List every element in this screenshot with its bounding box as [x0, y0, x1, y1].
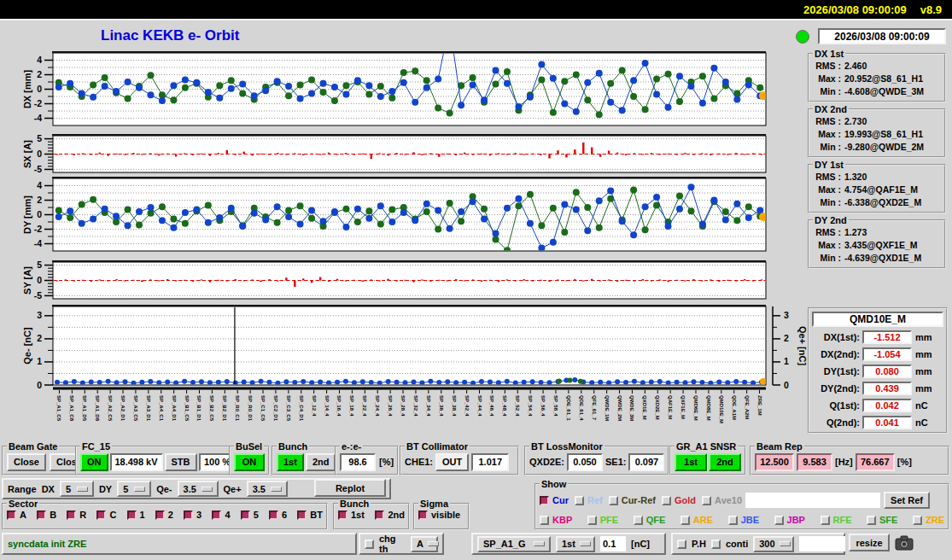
- svg-text:0: 0: [37, 275, 42, 285]
- busel-on-button[interactable]: ON: [234, 453, 265, 471]
- fc15-stb-button[interactable]: STB: [165, 453, 197, 471]
- set-ref-button[interactable]: Set Ref: [884, 492, 930, 509]
- gr-snsr-2nd-button[interactable]: 2nd: [709, 453, 741, 471]
- extra-input[interactable]: [799, 536, 845, 551]
- show-check-rfe[interactable]: RFE: [821, 515, 852, 525]
- checkbox[interactable]: [867, 516, 876, 525]
- sigma-check-visible[interactable]: visible: [418, 510, 460, 520]
- show-check-jbp[interactable]: JBP: [774, 515, 805, 525]
- sector-check-b[interactable]: B: [37, 510, 56, 520]
- svg-text:SP_B2_D1: SP_B2_D1: [222, 395, 227, 422]
- sector-label: Sector: [7, 499, 39, 509]
- threshold-input[interactable]: [600, 536, 626, 551]
- sector-check-1[interactable]: 1: [127, 510, 145, 520]
- svg-text:0: 0: [784, 380, 789, 390]
- range-qep-select[interactable]: 3.5: [247, 481, 288, 497]
- svg-text:SP_52_4: SP_52_4: [515, 395, 520, 417]
- bunch-check-2nd[interactable]: 2nd: [375, 510, 405, 520]
- snapshot-camera-icon[interactable]: [895, 534, 914, 554]
- checkbox[interactable]: [662, 496, 671, 505]
- checkbox[interactable]: [540, 496, 549, 505]
- show-check-ave10[interactable]: Ave10: [702, 495, 742, 505]
- bunch-1st-button[interactable]: 1st: [277, 453, 304, 471]
- stat-label: RMS :: [813, 60, 841, 73]
- conti-checkbox[interactable]: [711, 540, 721, 549]
- svg-text:SP_A4_D1: SP_A4_D1: [172, 395, 177, 422]
- checkbox[interactable]: [540, 516, 549, 525]
- checkbox[interactable]: [7, 510, 16, 520]
- ph-checkbox[interactable]: [677, 540, 686, 549]
- range-dy-select[interactable]: 5: [117, 481, 151, 497]
- sector-check-4[interactable]: 4: [212, 510, 230, 520]
- stat-value: -4.639@QXD1E_M: [844, 252, 921, 265]
- checkbox[interactable]: [212, 510, 221, 520]
- replot-button[interactable]: Replot: [314, 479, 386, 497]
- checkbox[interactable]: [184, 510, 193, 520]
- bunch-2nd-button[interactable]: 2nd: [306, 453, 336, 471]
- show-check-zre[interactable]: ZRE: [913, 515, 944, 525]
- th-select[interactable]: A: [411, 536, 438, 552]
- sector-check-c[interactable]: C: [96, 510, 116, 520]
- show-check-cur[interactable]: Cur: [540, 495, 569, 505]
- checkbox[interactable]: [37, 510, 46, 520]
- checkbox[interactable]: [728, 516, 738, 525]
- sector-check-r[interactable]: R: [67, 510, 86, 520]
- checkbox[interactable]: [680, 516, 690, 525]
- checkbox[interactable]: [67, 510, 76, 520]
- checkbox[interactable]: [241, 510, 250, 520]
- sector-check-a[interactable]: A: [7, 510, 26, 520]
- checkbox[interactable]: [338, 510, 348, 520]
- sector-check-bt[interactable]: BT: [297, 510, 323, 520]
- checkbox-label: KBP: [552, 515, 572, 525]
- range-qem-select[interactable]: 3.5: [178, 481, 219, 497]
- checkbox[interactable]: [634, 516, 643, 525]
- bunch-select[interactable]: 1st: [556, 536, 595, 552]
- count-select[interactable]: 300: [753, 536, 794, 552]
- checkbox-label: B: [50, 510, 56, 520]
- svg-text:2: 2: [784, 333, 789, 343]
- show-check-are[interactable]: ARE: [680, 515, 713, 525]
- fc15-on-button[interactable]: ON: [80, 453, 108, 471]
- sector-check-3[interactable]: 3: [184, 510, 201, 520]
- show-check-jbe[interactable]: JBE: [728, 515, 759, 525]
- checkbox[interactable]: [269, 510, 278, 520]
- stat-value: 4.754@QAF1E_M: [844, 184, 918, 196]
- checkbox[interactable]: [375, 510, 384, 520]
- resize-button[interactable]: resize: [849, 534, 890, 551]
- chg-th-checkbox[interactable]: [365, 540, 374, 549]
- ref-name-input[interactable]: [745, 493, 880, 508]
- checkbox[interactable]: [587, 516, 597, 525]
- sector-check-5[interactable]: 5: [241, 510, 259, 520]
- checkbox[interactable]: [774, 516, 784, 525]
- show-check-cur-ref[interactable]: Cur-Ref: [609, 495, 656, 505]
- checkbox[interactable]: [702, 496, 711, 505]
- show-check-kbp[interactable]: KBP: [540, 515, 572, 525]
- show-check-gold[interactable]: Gold: [662, 495, 696, 505]
- bunch-check-1st[interactable]: 1st: [338, 510, 365, 520]
- checkbox[interactable]: [418, 510, 428, 520]
- checkbox[interactable]: [297, 510, 307, 520]
- range-dx-select[interactable]: 5: [60, 481, 94, 497]
- checkbox[interactable]: [155, 510, 165, 520]
- gr-snsr-1st-button[interactable]: 1st: [675, 453, 707, 471]
- show-check-sfe[interactable]: SFE: [867, 515, 897, 525]
- monitor-row-label: DX(1st):: [812, 332, 860, 342]
- bpm-monitor-title[interactable]: QMD10E_M: [812, 312, 943, 327]
- show-check-qfe[interactable]: QFE: [634, 515, 666, 525]
- checkbox[interactable]: [821, 516, 830, 525]
- checkbox[interactable]: [575, 496, 584, 505]
- sigma-label: Sigma: [418, 499, 450, 509]
- show-check-ref[interactable]: Ref: [575, 495, 603, 505]
- monitor-row-value: 0.041: [862, 416, 912, 429]
- checkbox[interactable]: [609, 496, 618, 505]
- show-check-pfe[interactable]: PFE: [587, 515, 618, 525]
- sp-select[interactable]: SP_A1_G: [477, 536, 551, 552]
- checkbox[interactable]: [96, 510, 106, 520]
- beam-gate-close-1-button[interactable]: Close: [7, 453, 46, 471]
- checkbox[interactable]: [127, 510, 137, 520]
- sector-check-2[interactable]: 2: [155, 510, 173, 520]
- sector-check-6[interactable]: 6: [269, 510, 287, 520]
- checkbox[interactable]: [913, 516, 922, 525]
- stat-value: 2.730: [844, 115, 867, 128]
- che1-out-button[interactable]: OUT: [435, 453, 469, 471]
